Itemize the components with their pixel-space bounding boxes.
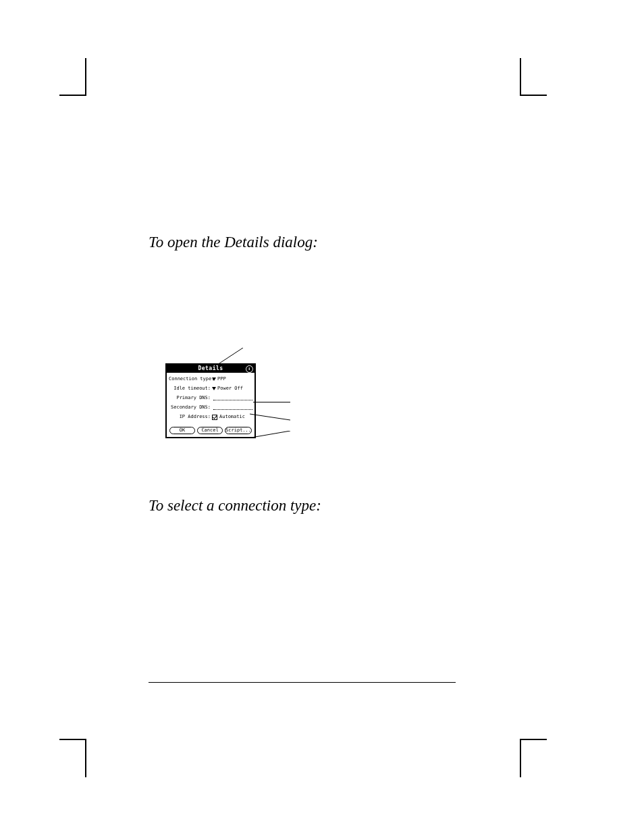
crop-mark bbox=[59, 739, 86, 740]
row-ip-address: IP Address: Automatic bbox=[169, 413, 252, 421]
crop-mark bbox=[520, 740, 521, 777]
label-idle-timeout: Idle timeout: bbox=[169, 386, 212, 391]
heading-open-details: To open the Details dialog: bbox=[149, 233, 486, 252]
row-idle-timeout: Idle timeout: Power Off bbox=[169, 385, 252, 392]
ip-address-value: Automatic bbox=[219, 415, 245, 419]
cancel-button[interactable]: Cancel bbox=[197, 427, 223, 434]
callout-line bbox=[251, 431, 292, 451]
details-dialog: Details i Connection type: PPP Idle time… bbox=[165, 363, 256, 438]
row-secondary-dns: Secondary DNS: bbox=[169, 404, 252, 411]
value-idle-timeout[interactable]: Power Off bbox=[212, 386, 252, 391]
value-ip-address[interactable]: Automatic bbox=[212, 415, 252, 420]
svg-line-0 bbox=[219, 348, 243, 363]
idle-timeout-value: Power Off bbox=[217, 386, 243, 391]
info-icon[interactable]: i bbox=[246, 365, 253, 373]
ok-button[interactable]: OK bbox=[169, 427, 195, 434]
value-secondary-dns[interactable] bbox=[212, 405, 252, 410]
label-primary-dns: Primary DNS: bbox=[169, 396, 212, 400]
crop-mark bbox=[520, 58, 521, 95]
heading-select-connection: To select a connection type: bbox=[149, 496, 321, 515]
callout-line bbox=[250, 405, 290, 425]
dotted-input bbox=[213, 396, 252, 400]
callout-line bbox=[253, 402, 290, 402]
value-connection-type[interactable]: PPP bbox=[212, 377, 252, 382]
script-button[interactable]: Script... bbox=[225, 427, 252, 434]
dropdown-icon bbox=[212, 387, 216, 390]
checkbox-automatic[interactable] bbox=[212, 415, 217, 420]
dropdown-icon bbox=[212, 377, 216, 381]
dialog-title: Details bbox=[198, 366, 223, 371]
value-primary-dns[interactable] bbox=[212, 396, 252, 400]
dialog-titlebar: Details i bbox=[167, 365, 254, 373]
svg-line-2 bbox=[251, 431, 290, 438]
footer-divider bbox=[149, 682, 456, 683]
crop-mark bbox=[85, 58, 86, 95]
dialog-buttons: OK Cancel Script... bbox=[167, 427, 254, 437]
svg-line-1 bbox=[250, 414, 290, 420]
crop-mark bbox=[520, 739, 547, 740]
crop-mark bbox=[520, 95, 547, 96]
crop-mark bbox=[85, 740, 86, 777]
row-primary-dns: Primary DNS: bbox=[169, 394, 252, 402]
label-secondary-dns: Secondary DNS: bbox=[169, 405, 212, 410]
connection-type-value: PPP bbox=[217, 377, 226, 382]
dotted-input bbox=[213, 405, 252, 410]
label-ip-address: IP Address: bbox=[169, 415, 212, 419]
label-connection-type: Connection type: bbox=[169, 377, 212, 382]
crop-mark bbox=[59, 95, 86, 96]
row-connection-type: Connection type: PPP bbox=[169, 375, 252, 383]
